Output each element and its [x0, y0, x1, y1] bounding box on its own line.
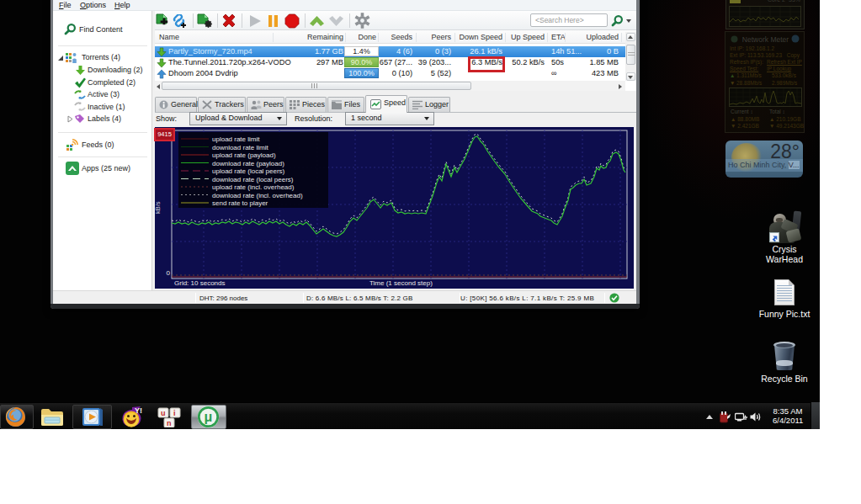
- svg-text:Y!: Y!: [135, 406, 142, 415]
- svg-text:n: n: [167, 419, 172, 427]
- svg-text:i: i: [173, 409, 176, 417]
- svg-text:u: u: [161, 409, 166, 417]
- svg-text:μ: μ: [205, 410, 213, 424]
